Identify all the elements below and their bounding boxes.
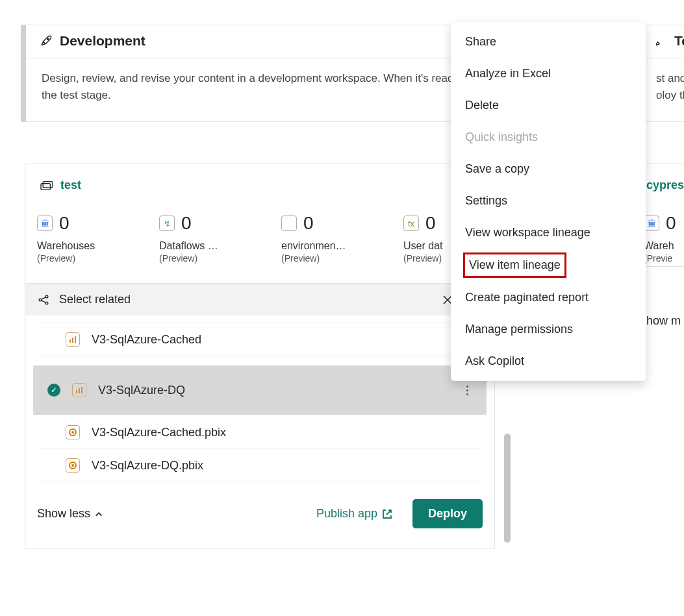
svg-point-0 — [47, 38, 49, 40]
metric-count: 0 — [303, 213, 314, 234]
show-less-toggle[interactable]: Show less — [37, 507, 103, 521]
metric-item[interactable]: ↯ 0 Dataflows … (Preview) — [159, 213, 272, 264]
item-type-icon — [66, 458, 80, 473]
context-menu-item[interactable]: Share — [451, 26, 646, 58]
svg-rect-1 — [41, 183, 50, 190]
item-type-icon — [72, 383, 86, 397]
metrics-row: 🏛 0 Warehouses (Preview) ↯ 0 Dataflows …… — [25, 200, 494, 266]
workspace-header: test — [25, 164, 494, 200]
svg-point-15 — [71, 464, 74, 467]
stage-title-test: Test — [674, 33, 684, 49]
metric-icon: fx — [403, 216, 419, 231]
svg-rect-8 — [75, 336, 76, 343]
test-body-line1: st and v — [656, 72, 684, 84]
show-less-label: Show less — [37, 507, 90, 521]
show-more-fragment[interactable]: how m — [646, 314, 681, 328]
metric-preview: (Previe — [644, 253, 684, 264]
related-icon — [37, 293, 50, 306]
context-menu-item: Quick insights — [451, 121, 646, 153]
metric-count: 0 — [181, 213, 192, 234]
external-link-icon — [381, 508, 393, 520]
check-icon: ✓ — [47, 384, 60, 397]
select-related-bar: Select related 1 s — [25, 283, 494, 315]
svg-rect-7 — [72, 338, 73, 343]
svg-point-5 — [45, 302, 48, 304]
metric-preview: (Preview) — [159, 253, 272, 264]
rocket-icon — [39, 34, 53, 48]
metric-icon — [281, 216, 297, 231]
rocket-icon — [653, 34, 668, 48]
metric-item[interactable]: 0 environmen… (Preview) — [281, 213, 394, 264]
context-menu: ShareAnalyze in ExcelDeleteQuick insight… — [451, 22, 646, 381]
item-name: V3-SqlAzure-Cached — [92, 333, 201, 347]
context-menu-item[interactable]: Analyze in Excel — [451, 58, 646, 90]
metric-icon: ↯ — [159, 216, 175, 231]
list-item[interactable]: ✓ V3-SqlAzure-DQ — [33, 365, 487, 415]
context-menu-item[interactable]: Settings — [451, 185, 646, 217]
workspace-card: test 🏛 0 Warehouses (Preview) ↯ 0 Datafl… — [25, 164, 495, 548]
metric-item[interactable]: 🏛 0 Wareh (Previe — [644, 213, 684, 264]
list-row-partial — [37, 315, 483, 323]
test-body-line2: oloy the — [656, 89, 684, 101]
workspace-name-2[interactable]: cypres — [646, 179, 684, 192]
item-name: V3-SqlAzure-Cached.pbix — [92, 426, 226, 439]
metric-label: environmen… — [281, 240, 394, 252]
item-list: V3-SqlAzure-Cached ✓ V3-SqlAzure-DQ V3-S… — [25, 315, 494, 482]
metric-label: Dataflows … — [159, 240, 272, 252]
metric-icon: 🏛 — [644, 216, 659, 231]
context-menu-item-highlighted[interactable]: View item lineage — [463, 253, 566, 278]
metric-preview: (Preview) — [281, 253, 394, 264]
publish-app-link[interactable]: Publish app — [316, 507, 393, 521]
stage-header-test: Test — [640, 25, 684, 58]
context-menu-item[interactable]: Delete — [451, 90, 646, 121]
list-item[interactable]: V3-SqlAzure-DQ.pbix — [37, 449, 483, 482]
item-type-icon — [66, 332, 80, 347]
list-item[interactable]: V3-SqlAzure-Cached — [37, 323, 483, 356]
metric-count: 0 — [425, 213, 436, 234]
item-type-icon — [66, 425, 80, 439]
metric-preview: (Preview) — [37, 253, 150, 264]
context-menu-item[interactable]: Ask Copilot — [451, 345, 646, 377]
workspace-footer: Show less Publish app Deploy — [25, 482, 494, 548]
svg-point-13 — [71, 431, 74, 434]
metric-label: Warehouses — [37, 240, 150, 252]
context-menu-item[interactable]: View workspace lineage — [451, 217, 646, 249]
svg-rect-9 — [76, 390, 77, 393]
metric-count: 0 — [59, 213, 70, 234]
context-menu-item[interactable]: Save a copy — [451, 153, 646, 185]
svg-point-4 — [45, 295, 48, 298]
metric-item[interactable]: 🏛 0 Warehouses (Preview) — [37, 213, 150, 264]
stage-description-test: st and v oloy the — [640, 58, 684, 121]
scrollbar-thumb[interactable] — [504, 434, 511, 543]
list-item[interactable]: V3-SqlAzure-Cached.pbix — [37, 416, 483, 449]
svg-point-3 — [39, 299, 42, 301]
context-menu-item[interactable]: Create paginated report — [451, 282, 646, 314]
item-name: V3-SqlAzure-DQ.pbix — [92, 459, 203, 473]
svg-rect-11 — [81, 387, 82, 393]
deploy-button[interactable]: Deploy — [412, 499, 483, 528]
chevron-up-icon — [94, 510, 103, 519]
select-related-label: Select related — [59, 293, 131, 306]
workspace-name[interactable]: test — [60, 179, 81, 192]
metric-label: Wareh — [644, 240, 684, 252]
stage-title: Development — [60, 33, 146, 49]
metric-icon: 🏛 — [37, 216, 53, 231]
svg-rect-6 — [70, 339, 71, 343]
publish-app-label: Publish app — [316, 507, 377, 521]
item-name: V3-SqlAzure-DQ — [98, 384, 185, 397]
workspace-icon — [40, 180, 53, 191]
svg-rect-2 — [43, 181, 52, 188]
context-menu-item[interactable]: Manage permissions — [451, 314, 646, 345]
more-options-button[interactable] — [458, 380, 476, 400]
svg-rect-10 — [79, 388, 80, 393]
test-stage-card: Test st and v oloy the — [640, 25, 684, 122]
metric-count: 0 — [666, 213, 676, 234]
